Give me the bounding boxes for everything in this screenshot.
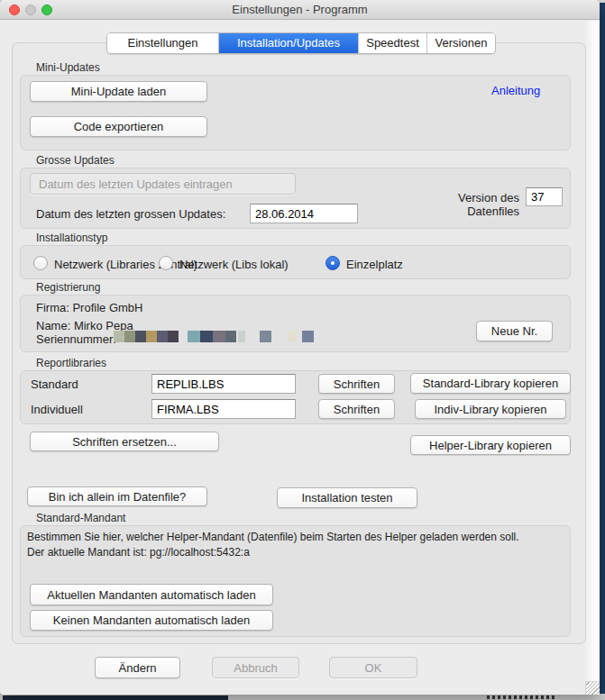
- standard-library-input[interactable]: [151, 374, 296, 394]
- tab-versionen[interactable]: Versionen: [427, 33, 495, 53]
- aktuellen-mandanten-laden-button[interactable]: Aktuellen Mandanten automatisch laden: [30, 584, 273, 605]
- serial-redaction-block: [302, 331, 314, 342]
- grosse-updates-group-label: Grosse Updates: [36, 154, 115, 167]
- desktop-background-bottom: [0, 694, 605, 700]
- window-right-margin: [584, 21, 600, 695]
- indiv-library-kopieren-button[interactable]: Indiv-Library kopieren: [415, 399, 566, 419]
- schriften-ersetzen-button[interactable]: Schriften ersetzen...: [30, 432, 219, 451]
- radio-netzwerk-zentral-label: Netzwerk (Libraries zentral): [54, 258, 197, 271]
- serial-redaction-block: [188, 331, 200, 342]
- serial-redaction-block: [135, 331, 146, 342]
- neue-nr-button[interactable]: Neue Nr.: [476, 321, 553, 341]
- installationstyp-group-label: Installationstyp: [36, 232, 107, 244]
- anleitung-link[interactable]: Anleitung: [491, 84, 540, 97]
- reportlibraries-group-label: Reportlibraries: [36, 357, 106, 369]
- mini-updates-group-label: Mini-Updates: [36, 61, 100, 74]
- tab-installation-updates[interactable]: Installation/Updates: [219, 33, 359, 53]
- radio-netzwerk-lokal-label: Netzwerk (Libs lokal): [179, 258, 289, 271]
- code-exportieren-button[interactable]: Code exportieren: [30, 116, 207, 137]
- tab-bar: Einstellungen Installation/Updates Speed…: [106, 32, 496, 54]
- serial-redaction-block: [238, 331, 245, 342]
- seriennummer-label: Seriennummer:: [36, 332, 116, 346]
- screen: Einstellungen - Programm Einstellungen I…: [0, 0, 605, 700]
- serial-redaction-block: [288, 331, 297, 342]
- radio-netzwerk-zentral[interactable]: [33, 256, 48, 270]
- schriften-standard-button[interactable]: Schriften: [318, 374, 395, 394]
- tab-speedtest[interactable]: Speedtest: [359, 33, 427, 53]
- serial-redaction-block: [225, 331, 236, 342]
- serial-redaction-block: [260, 331, 271, 342]
- serial-redaction-block: [157, 331, 168, 342]
- datum-grosses-update-label: Datum des letzten grossen Updates:: [36, 207, 225, 221]
- datum-eintragen-button[interactable]: Datum des letzten Updates eintragen: [30, 173, 296, 195]
- version-datenfiles-label: Version des Datenfiles: [404, 191, 519, 218]
- serial-redaction-block: [124, 331, 135, 342]
- serial-redaction-block: [200, 331, 213, 342]
- serial-redaction-block: [114, 331, 124, 342]
- mandant-info-line2: Der aktuelle Mandant ist: pg://localhost…: [27, 546, 568, 559]
- datum-grosses-update-input[interactable]: [250, 204, 358, 223]
- tab-einstellungen[interactable]: Einstellungen: [107, 33, 219, 53]
- aendern-button[interactable]: Ändern: [95, 657, 180, 678]
- abbruch-button[interactable]: Abbruch: [212, 657, 299, 678]
- mandant-info-line1: Bestimmen Sie hier, welcher Helper-Manda…: [27, 531, 568, 543]
- firma-text: Firma: Profile GmbH: [36, 301, 142, 314]
- mini-update-laden-button[interactable]: Mini-Update laden: [30, 81, 207, 102]
- schriften-individuell-button[interactable]: Schriften: [318, 399, 395, 419]
- standard-label: Standard: [31, 377, 78, 391]
- installation-testen-button[interactable]: Installation testen: [277, 487, 417, 508]
- close-button-icon[interactable]: [9, 5, 20, 15]
- version-datenfiles-input[interactable]: [526, 187, 563, 206]
- titlebar[interactable]: Einstellungen - Programm: [0, 0, 600, 20]
- seriennummer-redacted-value: [114, 331, 314, 342]
- serial-redaction-block: [168, 331, 179, 342]
- desktop-background-right: [599, 3, 605, 700]
- radio-einzelplatz-label: Einzelplatz: [346, 258, 403, 271]
- settings-window: Einstellungen - Programm Einstellungen I…: [0, 0, 600, 695]
- individuell-library-input[interactable]: [151, 399, 296, 419]
- resize-grip[interactable]: [585, 681, 600, 695]
- registrierung-group-label: Registrierung: [36, 281, 100, 294]
- ok-button[interactable]: OK: [329, 657, 417, 678]
- minimize-button-icon: [25, 5, 36, 15]
- standard-library-kopieren-button[interactable]: Standard-Library kopieren: [410, 373, 571, 394]
- keinen-mandanten-laden-button[interactable]: Keinen Mandanten automatisch laden: [30, 610, 273, 631]
- zoom-button-icon[interactable]: [41, 5, 52, 15]
- individuell-label: Individuell: [31, 403, 83, 416]
- radio-netzwerk-lokal[interactable]: [159, 256, 173, 270]
- radio-einzelplatz[interactable]: [325, 256, 340, 270]
- bin-ich-allein-button[interactable]: Bin ich allein im Datenfile?: [27, 486, 207, 506]
- window-title: Einstellungen - Programm: [0, 0, 600, 20]
- helper-library-kopieren-button[interactable]: Helper-Library kopieren: [410, 435, 571, 455]
- desktop-background-bottom-dark: [3, 695, 228, 700]
- standard-mandant-group-label: Standard-Mandant: [36, 512, 125, 524]
- desktop-background-bottom-marks: [487, 695, 557, 699]
- serial-redaction-block: [146, 331, 157, 342]
- serial-redaction-block: [213, 331, 225, 342]
